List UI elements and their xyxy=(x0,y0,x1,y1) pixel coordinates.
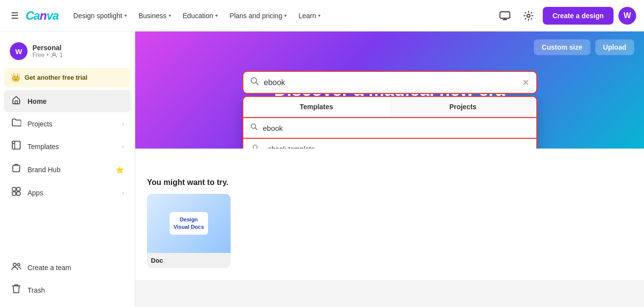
templates-icon xyxy=(11,140,22,153)
try-section-title: You might want to try. xyxy=(147,178,632,187)
svg-rect-4 xyxy=(12,141,20,149)
sidebar-apps-label: Apps xyxy=(28,189,116,197)
nav-learn[interactable]: Learn ▾ xyxy=(293,9,325,23)
svg-point-14 xyxy=(253,145,257,149)
chevron-down-icon: ▾ xyxy=(318,13,321,18)
top-nav: ☰ Canva Design spotlight ▾ Business ▾ Ed… xyxy=(0,0,644,31)
nav-education[interactable]: Education ▾ xyxy=(178,9,223,23)
suggestion-text: ebook template xyxy=(268,145,315,149)
dropdown-search-value: ebook xyxy=(263,124,283,132)
search-clear-button[interactable]: ✕ xyxy=(522,77,529,88)
search-box: ✕ xyxy=(242,71,537,94)
create-design-button[interactable]: Create a design xyxy=(543,7,614,25)
sidebar-item-brand-hub[interactable]: Brand Hub ⭐ xyxy=(4,158,131,181)
nav-business[interactable]: Business ▾ xyxy=(134,9,176,23)
svg-rect-5 xyxy=(13,165,20,172)
hamburger-button[interactable]: ☰ xyxy=(8,7,22,24)
sidebar-item-projects[interactable]: Projects › xyxy=(4,113,131,134)
canva-logo[interactable]: Canva xyxy=(26,9,59,23)
search-dropdown: Templates Projects ebook xyxy=(242,96,537,149)
user-avatar[interactable]: W xyxy=(618,7,636,25)
custom-size-button[interactable]: Custom size xyxy=(534,39,590,55)
sidebar-trash-label: Trash xyxy=(28,286,124,294)
sidebar-item-create-team[interactable]: Create a team xyxy=(4,257,131,278)
search-icon xyxy=(250,77,259,88)
team-icon xyxy=(11,262,22,273)
sidebar-user-info: Personal Free • 1 xyxy=(32,44,63,59)
folder-icon xyxy=(11,118,22,129)
svg-rect-7 xyxy=(17,187,20,191)
chevron-right-icon: › xyxy=(122,190,124,196)
sidebar-user: W Personal Free • 1 xyxy=(4,37,131,67)
tab-projects[interactable]: Projects xyxy=(390,97,536,117)
doc-card[interactable]: DesignVisual Docs Doc xyxy=(147,194,231,268)
sidebar-templates-label: Templates xyxy=(28,143,116,151)
sidebar-item-apps[interactable]: Apps › xyxy=(4,182,131,204)
gear-icon xyxy=(524,11,533,21)
trial-button[interactable]: 👑 Get another free trial xyxy=(4,68,131,87)
dropdown-tabs: Templates Projects xyxy=(243,97,536,117)
dropdown-search-icon xyxy=(250,123,258,133)
trash-icon xyxy=(11,284,22,296)
sidebar-plan: Free • 1 xyxy=(32,52,63,59)
brand-hub-star-icon: ⭐ xyxy=(116,166,124,174)
content-area: Discover a magical new era Custom size U… xyxy=(135,31,644,307)
chevron-down-icon: ▾ xyxy=(124,13,127,18)
nav-right: Create a design W xyxy=(496,6,636,25)
doc-card-label: Doc xyxy=(147,253,231,268)
svg-rect-9 xyxy=(17,192,20,195)
person-icon xyxy=(51,52,58,59)
sidebar-projects-label: Projects xyxy=(28,120,116,128)
suggestion-ebook-template[interactable]: ebook template xyxy=(243,139,536,149)
svg-rect-3 xyxy=(15,101,18,104)
chevron-right-icon: › xyxy=(122,144,124,150)
search-input[interactable] xyxy=(264,78,517,87)
sidebar-create-team-label: Create a team xyxy=(28,264,124,272)
svg-rect-0 xyxy=(500,12,510,18)
apps-icon xyxy=(11,186,22,199)
chevron-down-icon: ▾ xyxy=(215,13,218,18)
sidebar-item-trash[interactable]: Trash xyxy=(4,279,131,301)
svg-rect-6 xyxy=(12,187,16,191)
sidebar-avatar: W xyxy=(10,42,28,60)
nav-design-spotlight[interactable]: Design spotlight ▾ xyxy=(68,9,132,23)
svg-point-11 xyxy=(18,264,20,266)
chevron-down-icon: ▾ xyxy=(169,13,171,18)
svg-point-10 xyxy=(13,263,16,266)
brand-hub-icon xyxy=(11,163,22,176)
settings-icon-button[interactable] xyxy=(519,6,538,25)
main-layout: W Personal Free • 1 👑 Get another free t… xyxy=(0,31,644,307)
nav-plans-pricing[interactable]: Plans and pricing ▾ xyxy=(225,9,292,23)
try-cards: DesignVisual Docs Doc xyxy=(147,194,632,268)
upload-button[interactable]: Upload xyxy=(595,39,634,55)
sidebar-spacer xyxy=(4,205,131,256)
hero-banner: Discover a magical new era Custom size U… xyxy=(135,31,644,149)
nav-links: Design spotlight ▾ Business ▾ Education … xyxy=(68,9,492,23)
dropdown-search-row: ebook xyxy=(243,117,536,139)
crown-icon: 👑 xyxy=(11,73,21,82)
chevron-right-icon: › xyxy=(122,121,124,127)
sidebar-item-home[interactable]: Home xyxy=(4,90,131,112)
search-overlay: ✕ Templates Projects ebook xyxy=(242,71,537,149)
sidebar-brand-hub-label: Brand Hub xyxy=(28,166,110,174)
sidebar-home-label: Home xyxy=(28,97,124,105)
search-icon xyxy=(251,144,261,149)
sidebar-username: Personal xyxy=(32,44,63,52)
home-icon xyxy=(11,95,22,107)
monitor-icon-button[interactable] xyxy=(496,6,514,25)
svg-point-1 xyxy=(527,14,530,17)
monitor-icon xyxy=(499,11,510,20)
chevron-down-icon: ▾ xyxy=(284,13,287,18)
svg-rect-8 xyxy=(12,192,16,195)
below-hero: You might want to try. DesignVisual Docs… xyxy=(135,149,644,280)
tab-templates[interactable]: Templates xyxy=(243,97,390,117)
hero-actions: Custom size Upload xyxy=(534,39,634,55)
sidebar: W Personal Free • 1 👑 Get another free t… xyxy=(0,31,135,307)
sidebar-item-templates[interactable]: Templates › xyxy=(4,135,131,157)
